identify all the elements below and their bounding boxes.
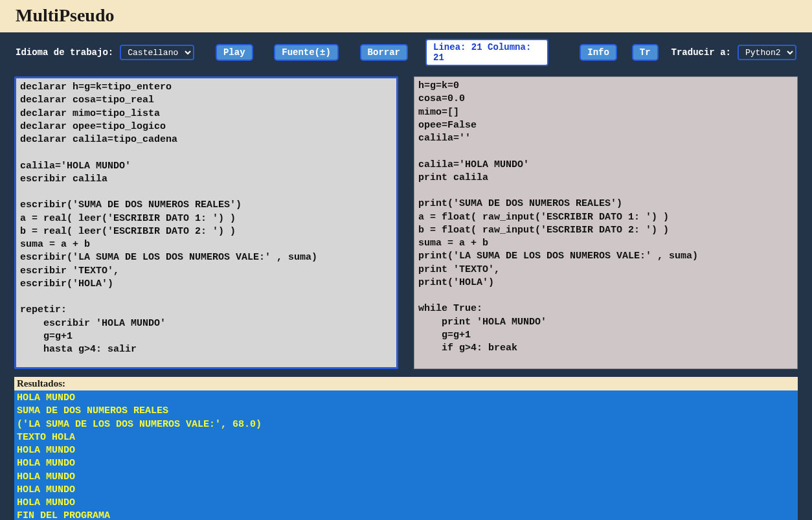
app-title: MultiPseudo xyxy=(16,5,796,26)
language-label: Idioma de trabajo: xyxy=(16,47,113,58)
translate-button[interactable]: Tr xyxy=(632,44,659,61)
results-panel: Resultados: HOLA MUNDO SUMA DE DOS NUMER… xyxy=(14,377,798,520)
app-header: MultiPseudo xyxy=(0,0,812,32)
language-select[interactable]: Castellano xyxy=(120,45,194,60)
results-output: HOLA MUNDO SUMA DE DOS NUMEROS REALES ('… xyxy=(14,390,798,520)
font-button[interactable]: Fuente(±) xyxy=(274,44,339,61)
info-button[interactable]: Info xyxy=(580,44,617,61)
editor-area: h=g=k=0 cosa=0.0 mimo=[] opee=False cali… xyxy=(0,73,812,369)
translate-select[interactable]: Python2 xyxy=(738,45,796,60)
toolbar: Idioma de trabajo: Castellano Play Fuent… xyxy=(0,32,812,73)
cursor-status: Linea: 21 Columna: 21 xyxy=(425,39,548,66)
translate-label: Traducir a: xyxy=(671,47,731,58)
translated-output[interactable]: h=g=k=0 cosa=0.0 mimo=[] opee=False cali… xyxy=(414,76,798,369)
translated-editor-container: h=g=k=0 cosa=0.0 mimo=[] opee=False cali… xyxy=(414,76,798,369)
source-editor-container xyxy=(14,76,398,369)
source-editor[interactable] xyxy=(14,76,398,369)
clear-button[interactable]: Borrar xyxy=(360,44,408,61)
results-header: Resultados: xyxy=(14,377,798,390)
play-button[interactable]: Play xyxy=(216,44,253,61)
